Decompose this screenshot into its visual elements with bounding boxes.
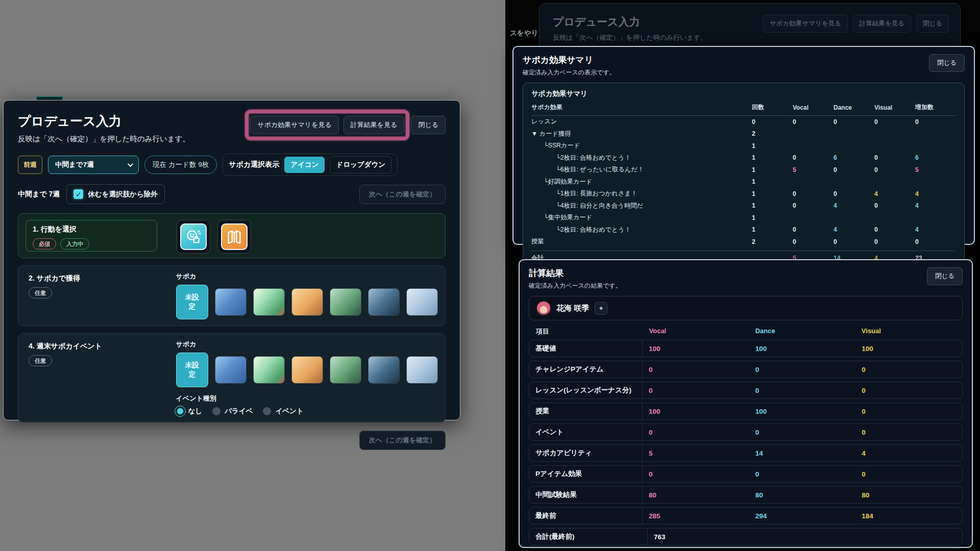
summary-cell: 0	[834, 190, 874, 197]
support-card-thumbnail[interactable]	[215, 356, 247, 384]
results-cell: 0	[855, 466, 962, 482]
inputting-badge: 入力中	[60, 238, 89, 249]
produce-input-panel: プロデュース入力 反映は「次へ（確定）」を押した時のみ行います。 サポカ効果サマ…	[3, 100, 460, 420]
week-select[interactable]: 中間まで7週	[48, 156, 139, 174]
background-results-button[interactable]: 計算結果を見る	[853, 15, 911, 33]
prev-week-button[interactable]: 前週	[18, 156, 42, 174]
summary-table-row: └集中効果カード1	[531, 212, 956, 224]
supoka-gain-section: 2. サポカで獲得 任意 サポカ 未設定	[18, 265, 446, 326]
character-name: 花海 咲季	[556, 304, 589, 313]
support-card-thumbnail[interactable]	[406, 356, 438, 384]
support-card-thumbnail[interactable]	[253, 288, 285, 316]
results-cell: 100	[749, 340, 856, 357]
results-cell: 763	[648, 529, 759, 545]
unset-button[interactable]: 未設定	[176, 285, 208, 319]
results-row-label: Pアイテム効果	[529, 466, 643, 482]
summary-row-label: └SSRカード	[531, 141, 752, 150]
character-avatar	[536, 301, 551, 315]
summary-row-label: ▼ カード獲得	[531, 130, 752, 138]
support-card-thumbnail[interactable]	[215, 288, 247, 316]
results-cell: 0	[855, 382, 962, 398]
next-week-button-top[interactable]: 次へ（この週を確定）	[359, 185, 446, 204]
produce-close-button[interactable]: 閉じる	[411, 116, 446, 134]
summary-cell: 0	[874, 202, 915, 209]
radio-label: なし	[188, 407, 203, 416]
summary-panel-subtitle: 確定済み入力ベースの表示です。	[523, 68, 929, 77]
results-table-row: 合計(最終前)763	[529, 528, 963, 545]
card-count-pill: 現在 カード数 9枚	[144, 156, 217, 174]
current-week-label: 中間まで 7週	[18, 190, 60, 199]
radio-option-なし[interactable]: なし	[176, 407, 203, 416]
results-cell: 0	[749, 466, 856, 482]
summary-cell: 0	[793, 202, 834, 209]
summary-cell: 1	[752, 202, 793, 209]
support-card-thumbnail[interactable]	[330, 356, 361, 384]
support-card-thumbnail[interactable]	[368, 288, 400, 316]
results-row-label: 合計(最終前)	[529, 529, 648, 545]
view-summary-button[interactable]: サポカ効果サマリを見る	[250, 116, 338, 134]
radio-selected-icon[interactable]	[176, 407, 184, 415]
results-cell: 100	[749, 403, 856, 419]
summary-table-card: サポカ効果サマリ サポカ効果回数VocalDanceVisual増加数 レッスン…	[523, 83, 965, 272]
radio-option-パライベ[interactable]: パライベ	[212, 407, 253, 416]
summary-cell: 0	[915, 118, 956, 126]
action-study-tile[interactable]	[217, 220, 251, 254]
display-dropdown-option[interactable]: ドロップダウン	[330, 156, 391, 173]
results-cell: 80	[643, 487, 749, 503]
next-week-button-bottom[interactable]: 次へ（この週を確定）	[359, 431, 446, 450]
support-card-thumbnail[interactable]	[330, 288, 361, 316]
results-row-label: チャレンジPアイテム	[529, 361, 643, 378]
radio-icon[interactable]	[212, 407, 220, 415]
display-icon-option[interactable]: アイコン	[284, 157, 325, 173]
summary-cell: 0	[915, 238, 956, 245]
summary-table-row: └SSRカード1	[531, 140, 956, 152]
supoka-summary-panel: サポカ効果サマリ 確定済み入力ベースの表示です。 閉じる サポカ効果サマリ サポ…	[512, 46, 975, 245]
action-outing-tile[interactable]	[177, 220, 210, 254]
summary-row-label: 授業	[531, 237, 752, 246]
background-close-button[interactable]: 閉じる	[916, 15, 949, 33]
support-card-thumbnail[interactable]	[291, 356, 323, 384]
checkbox-checked-icon[interactable]: ✓	[74, 189, 83, 199]
exclude-rest-checkbox-group[interactable]: ✓ 休むを選択肢から除外	[66, 184, 164, 204]
chevron-down-icon	[128, 161, 133, 167]
summary-cell: 0	[793, 154, 834, 161]
summary-cell: 1	[752, 178, 793, 185]
support-card-thumbnail[interactable]	[368, 356, 400, 384]
summary-panel-title: サポカ効果サマリ	[523, 54, 929, 66]
summary-table-row: └1枚目: 長旅おつかれさま！10044	[531, 188, 956, 200]
summary-cell: 4	[915, 226, 956, 233]
support-card-thumbnail[interactable]	[253, 356, 285, 384]
produce-panel-subtitle: 反映は「次へ（確定）」を押した時のみ行います。	[18, 134, 249, 144]
results-close-button[interactable]: 閉じる	[927, 267, 963, 285]
radio-icon[interactable]	[263, 407, 271, 415]
summary-column-header: Visual	[874, 104, 915, 111]
results-panel-title: 計算結果	[529, 267, 927, 279]
results-table-row: 基礎値100100100	[529, 340, 963, 357]
support-card-thumbnail[interactable]	[406, 288, 438, 316]
summary-table-row: レッスン00000	[531, 116, 956, 128]
summary-column-header: Vocal	[793, 104, 834, 111]
summary-cell: 0	[834, 238, 874, 245]
results-cell: 80	[749, 487, 856, 503]
summary-cell: 1	[752, 142, 793, 149]
summary-row-label: └4枚目: 自分と向き合う時間だ	[531, 202, 752, 210]
results-cell: 294	[749, 508, 856, 524]
results-cell: 100	[855, 340, 962, 357]
summary-column-header: 増加数	[915, 103, 956, 112]
support-card-thumbnail[interactable]	[291, 288, 323, 316]
summary-table-row: ▼ カード獲得2	[531, 128, 956, 140]
results-cell: 0	[643, 361, 749, 378]
results-table-row: サポカアビリティ5144	[529, 444, 963, 462]
calc-results-panel: 計算結果 確定済み入力ベースの結果です。 閉じる 花海 咲季 ✦ 項目Vocal…	[519, 259, 973, 548]
summary-cell: 6	[915, 154, 956, 161]
unset-button[interactable]: 未設定	[176, 353, 208, 387]
radio-option-イベント[interactable]: イベント	[263, 407, 303, 416]
summary-close-button[interactable]: 閉じる	[929, 54, 965, 72]
summary-cell: 1	[752, 226, 793, 233]
results-cell: 14	[749, 445, 856, 461]
summary-cell: 0	[793, 118, 834, 126]
view-results-button[interactable]: 計算結果を見る	[344, 116, 405, 134]
background-summary-button[interactable]: サポカ効果サマリを見る	[763, 15, 848, 33]
results-cell: 285	[643, 508, 749, 524]
display-toggle-label: サポカ選択表示	[229, 160, 279, 169]
